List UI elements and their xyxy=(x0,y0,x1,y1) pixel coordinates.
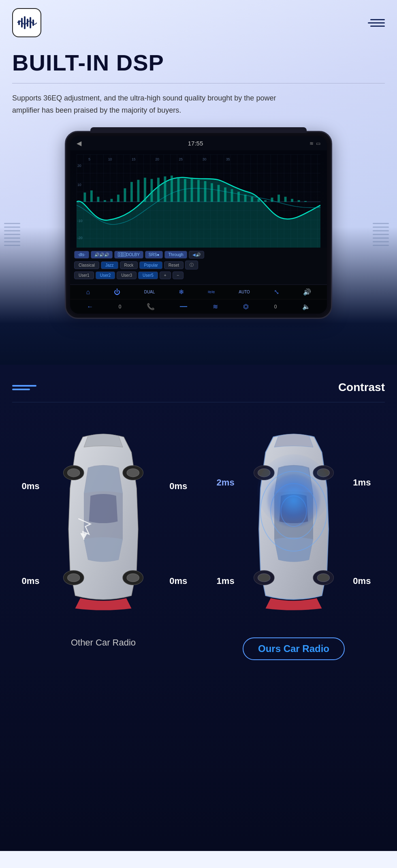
info-btn[interactable]: ⓘ xyxy=(185,261,198,269)
vol-btn[interactable]: ◀🔊 xyxy=(189,251,204,259)
svg-text:15: 15 xyxy=(132,157,136,161)
svg-rect-42 xyxy=(211,183,213,202)
bottom-nav-2: ← 0 📞 ━━━ ≋ ⏣ 0 🔈 xyxy=(70,299,327,314)
our-car-overhead: 2ms 1ms 1ms 0ms xyxy=(237,427,350,621)
svg-rect-46 xyxy=(237,192,240,202)
svg-rect-49 xyxy=(258,199,260,202)
svg-rect-31 xyxy=(137,180,140,202)
srs-btn[interactable]: SRS● xyxy=(145,251,163,259)
vol-nav-icon[interactable]: 🔊 xyxy=(303,288,311,296)
svg-point-63 xyxy=(68,574,80,582)
our-timing-tl: 2ms xyxy=(217,477,235,488)
other-timing-tl: 0ms xyxy=(21,481,39,492)
other-car-comparison: 0ms 0ms 0ms 0ms xyxy=(12,419,194,654)
svg-rect-51 xyxy=(271,198,273,202)
svg-text:25: 25 xyxy=(179,157,183,161)
user5-btn[interactable]: User5 xyxy=(138,272,158,279)
svg-text:5: 5 xyxy=(88,157,90,161)
logo xyxy=(12,8,41,37)
reset-btn[interactable]: Reset xyxy=(164,261,184,269)
dts-btn[interactable]: ·dts· xyxy=(74,251,89,259)
our-timing-tr: 1ms xyxy=(353,477,371,488)
jazz-btn[interactable]: Jazz xyxy=(101,261,118,269)
svg-rect-38 xyxy=(184,179,186,202)
screen-inner: ◀ 17:55 ≋ ▭ xyxy=(70,136,327,314)
seat-icon[interactable]: ⏣ xyxy=(243,303,249,310)
fan-nav-icon[interactable]: ≈≈ xyxy=(208,289,215,296)
rock-btn[interactable]: Rock xyxy=(120,261,138,269)
top-section: BUILT-IN DSP Supports 36EQ adjustment, a… xyxy=(0,0,397,365)
minus-btn[interactable]: − xyxy=(173,272,184,279)
svg-rect-52 xyxy=(277,195,280,202)
svg-rect-29 xyxy=(124,188,126,202)
svg-text:20: 20 xyxy=(77,164,81,168)
user3-btn[interactable]: User3 xyxy=(117,272,137,279)
eq-graph: 5 10 15 20 25 30 35 20 10 0 -10 xyxy=(77,154,320,248)
page-title: BUILT-IN DSP xyxy=(12,49,385,76)
phone-icon[interactable]: 📞 xyxy=(147,303,155,310)
sync-nav-icon[interactable]: ⤡ xyxy=(274,288,279,296)
other-timing-bl: 0ms xyxy=(21,576,39,586)
our-car-comparison: 2ms 1ms 1ms 0ms xyxy=(203,419,385,660)
mute-icon[interactable]: 🔈 xyxy=(302,303,310,310)
svg-rect-54 xyxy=(291,199,293,202)
sound-wave xyxy=(267,474,320,527)
svg-rect-56 xyxy=(304,201,307,202)
title-divider xyxy=(12,83,385,83)
svg-text:30: 30 xyxy=(203,157,207,161)
eq-controls: ·dts· 🔊🔊🔊 🄳🄳DOLBY SRS● Through ◀🔊 Classi… xyxy=(70,248,327,284)
svg-point-73 xyxy=(258,574,270,582)
svg-rect-4 xyxy=(30,17,31,28)
user2-btn[interactable]: User2 xyxy=(96,272,115,279)
status-icons: ≋ ▭ xyxy=(309,141,320,146)
car-display: ◀ 17:55 ≋ ▭ xyxy=(65,131,332,319)
ddd-btn[interactable]: 🔊🔊🔊 xyxy=(91,251,113,259)
svg-point-64 xyxy=(127,574,139,582)
dual-nav-label[interactable]: DUAL xyxy=(144,290,155,294)
other-timing-tr: 0ms xyxy=(169,481,187,492)
svg-rect-39 xyxy=(191,178,193,202)
home-nav-icon[interactable]: ⌂ xyxy=(86,289,90,296)
classical-btn[interactable]: Classical xyxy=(74,261,99,269)
svg-point-61 xyxy=(68,469,80,477)
popular-btn[interactable]: Popular xyxy=(139,261,162,269)
eq-mode-row: ·dts· 🔊🔊🔊 🄳🄳DOLBY SRS● Through ◀🔊 xyxy=(74,251,323,259)
hamburger-menu[interactable] xyxy=(368,19,385,27)
car-screen-container: ◀ 17:55 ≋ ▭ xyxy=(12,131,385,335)
contrast-header: Contrast xyxy=(12,365,385,402)
our-timing-bl: 1ms xyxy=(217,576,235,586)
our-timing-br: 0ms xyxy=(353,576,371,586)
svg-rect-35 xyxy=(164,177,166,202)
heat-icon[interactable]: ≋ xyxy=(213,303,218,310)
add-btn[interactable]: + xyxy=(160,272,171,279)
user1-btn[interactable]: User1 xyxy=(74,272,94,279)
dolby-btn[interactable]: 🄳🄳DOLBY xyxy=(114,251,143,259)
status-time: 17:55 xyxy=(188,140,203,147)
through-btn[interactable]: Through xyxy=(164,251,187,259)
other-car-svg xyxy=(47,427,160,621)
svg-point-74 xyxy=(317,574,329,582)
zero-left: 0 xyxy=(119,304,122,310)
description: Supports 36EQ adjustment, and the ultra-… xyxy=(12,92,288,116)
eq-preset-row: Classical Jazz Rock Popular Reset ⓘ xyxy=(74,261,323,269)
svg-rect-32 xyxy=(144,178,146,202)
zero-right: 0 xyxy=(274,304,277,310)
svg-rect-28 xyxy=(117,195,120,202)
svg-rect-43 xyxy=(218,185,220,202)
comparison-area: 0ms 0ms 0ms 0ms xyxy=(12,419,385,660)
auto-nav-label[interactable]: AUTO xyxy=(239,290,250,294)
svg-rect-5 xyxy=(32,19,34,26)
back-nav-icon[interactable]: ← xyxy=(87,303,93,310)
header xyxy=(12,0,385,49)
svg-rect-27 xyxy=(111,199,113,202)
our-car-label-button[interactable]: Ours Car Radio xyxy=(243,637,345,660)
svg-text:35: 35 xyxy=(226,157,230,161)
back-button[interactable]: ◀ xyxy=(77,139,81,147)
eq-chart: 5 10 15 20 25 30 35 20 10 0 -10 xyxy=(70,150,327,248)
temp-display: ━━━ xyxy=(180,304,187,309)
svg-rect-37 xyxy=(177,177,180,202)
svg-text:10: 10 xyxy=(108,157,112,161)
snowflake-nav-icon[interactable]: ❄ xyxy=(179,288,184,296)
svg-rect-41 xyxy=(204,181,207,202)
power-nav-icon[interactable]: ⏻ xyxy=(114,289,120,296)
